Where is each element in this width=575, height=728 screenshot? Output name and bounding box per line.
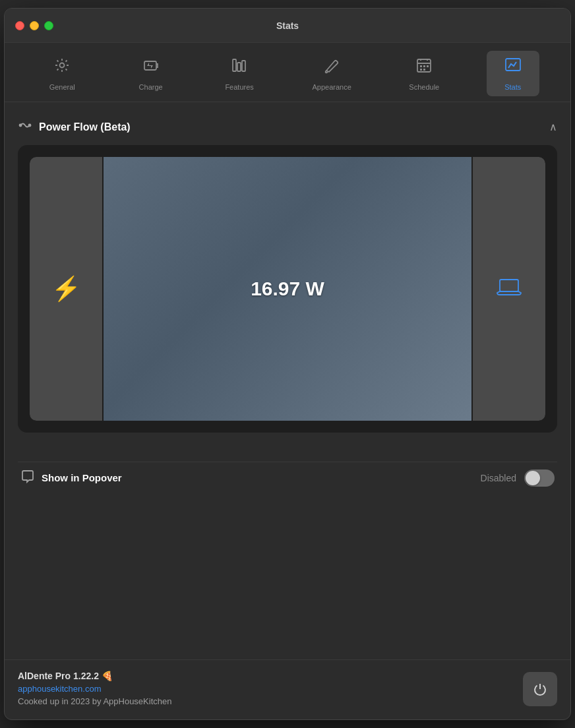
section-header: Power Flow (Beta) ∧: [18, 118, 557, 136]
minimize-button[interactable]: [30, 21, 39, 30]
popover-label-wrap: Show in Popover: [20, 469, 122, 487]
power-flow-title: Power Flow (Beta): [39, 121, 131, 133]
power-flow-diagram: ⚡ 16.97 W: [30, 157, 545, 421]
svg-rect-9: [423, 69, 425, 71]
lightning-icon: ⚡: [51, 275, 81, 303]
power-center-panel: 16.97 W: [102, 157, 473, 421]
stats-icon: [504, 56, 522, 79]
window-title: Stats: [276, 20, 299, 31]
power-button[interactable]: [523, 672, 557, 706]
toolbar-item-features[interactable]: Features: [213, 51, 266, 96]
toolbar-item-general[interactable]: General: [36, 51, 88, 96]
svg-rect-4: [242, 61, 245, 71]
laptop-icon: [495, 273, 524, 305]
power-flow-section: Power Flow (Beta) ∧ ⚡ 16.97 W: [18, 118, 557, 448]
toolbar-item-charge[interactable]: Charge: [125, 51, 177, 96]
charge-icon: [142, 56, 160, 79]
appearance-icon: [322, 56, 341, 79]
svg-point-12: [20, 125, 22, 127]
popover-toggle[interactable]: [524, 470, 555, 487]
svg-rect-10: [427, 65, 429, 67]
toolbar-item-schedule[interactable]: Schedule: [398, 51, 450, 96]
power-watts: 16.97 W: [251, 278, 324, 300]
show-in-popover-label: Show in Popover: [42, 472, 122, 483]
schedule-icon: [415, 56, 433, 79]
stats-label: Stats: [504, 83, 521, 91]
features-label: Features: [225, 83, 253, 91]
toolbar-item-stats[interactable]: Stats: [487, 51, 539, 96]
app-version: AlDente Pro 1.22.2 🍕: [18, 671, 171, 681]
svg-rect-14: [500, 280, 518, 291]
app-website[interactable]: apphousekitchen.com: [18, 684, 171, 694]
svg-point-0: [60, 63, 65, 68]
laptop-panel: [473, 157, 545, 421]
power-flow-card: ⚡ 16.97 W: [18, 145, 557, 433]
svg-rect-7: [423, 65, 425, 67]
svg-rect-6: [420, 65, 422, 67]
toggle-track: [524, 470, 555, 487]
general-label: General: [49, 83, 75, 91]
popover-status: Disabled: [481, 473, 516, 483]
app-tagline: Cooked up in 2023 by AppHouseKitchen: [18, 696, 171, 706]
svg-rect-2: [233, 59, 236, 71]
traffic-lights: [15, 21, 53, 30]
toggle-thumb: [526, 471, 540, 485]
section-title-wrap: Power Flow (Beta): [18, 118, 131, 136]
toolbar: General Charge Features: [5, 43, 570, 102]
charge-label: Charge: [139, 83, 163, 91]
popover-controls: Disabled: [481, 470, 555, 487]
schedule-label: Schedule: [409, 83, 439, 91]
footer: AlDente Pro 1.22.2 🍕 apphousekitchen.com…: [5, 659, 570, 719]
general-icon: [53, 56, 71, 79]
titlebar: Stats: [5, 9, 570, 43]
popover-icon: [20, 469, 35, 487]
toolbar-item-appearance[interactable]: Appearance: [302, 51, 362, 96]
main-content: Power Flow (Beta) ∧ ⚡ 16.97 W: [5, 102, 570, 659]
features-icon: [230, 56, 249, 79]
close-button[interactable]: [15, 21, 24, 30]
app-window: Stats General Charge: [4, 8, 571, 720]
power-flow-icon: [18, 118, 32, 136]
svg-point-13: [29, 125, 31, 127]
power-source-panel: ⚡: [30, 157, 102, 421]
appearance-label: Appearance: [313, 83, 351, 91]
svg-rect-3: [237, 63, 241, 71]
footer-info: AlDente Pro 1.22.2 🍕 apphousekitchen.com…: [18, 671, 171, 706]
maximize-button[interactable]: [44, 21, 53, 30]
popover-row: Show in Popover Disabled: [18, 462, 557, 493]
collapse-button[interactable]: ∧: [549, 121, 557, 133]
svg-rect-8: [420, 69, 422, 71]
